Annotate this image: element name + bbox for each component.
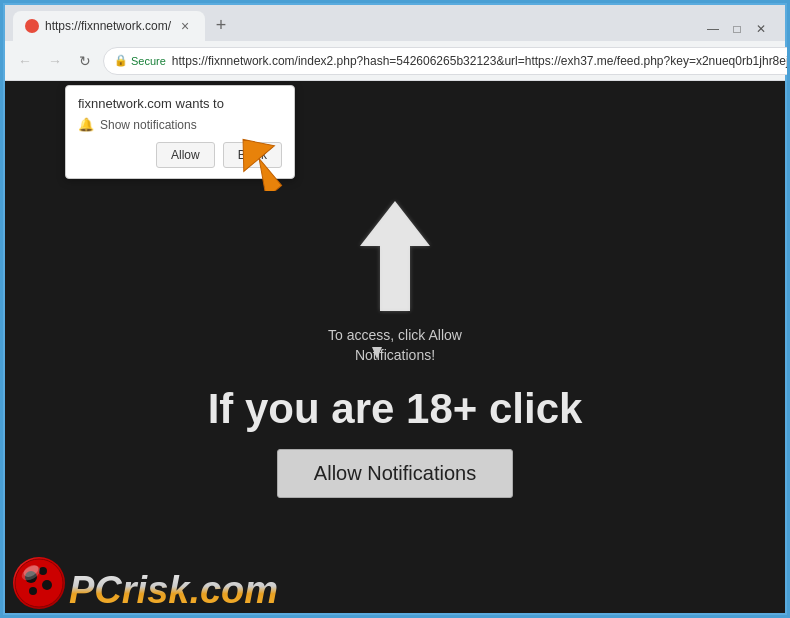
pcrisk-text-logo: PCrisk.com bbox=[69, 571, 278, 609]
window-controls: — □ ✕ bbox=[705, 21, 769, 37]
tab-favicon-icon bbox=[25, 19, 39, 33]
pcrisk-watermark: PCrisk.com bbox=[5, 553, 286, 613]
close-button[interactable]: ✕ bbox=[753, 21, 769, 37]
active-tab[interactable]: https://fixnnetwork.com/ × bbox=[13, 11, 205, 41]
up-arrow-container: To access, click Allow Notifications! bbox=[328, 196, 462, 365]
back-button[interactable]: ← bbox=[13, 49, 37, 73]
age-gate-text: If you are 18+ click bbox=[208, 385, 583, 433]
up-arrow-icon bbox=[355, 196, 435, 316]
forward-button[interactable]: → bbox=[43, 49, 67, 73]
new-tab-button[interactable]: + bbox=[207, 11, 235, 39]
svg-point-7 bbox=[42, 580, 52, 590]
browser-window: https://fixnnetwork.com/ × + — □ ✕ ← → ↻… bbox=[3, 3, 787, 615]
tab-bar: https://fixnnetwork.com/ × + — □ ✕ bbox=[5, 5, 785, 41]
notif-show-text: Show notifications bbox=[100, 118, 197, 132]
notif-site-title: fixnnetwork.com wants to bbox=[78, 96, 282, 111]
notif-allow-button[interactable]: Allow bbox=[156, 142, 215, 168]
maximize-button[interactable]: □ bbox=[729, 21, 745, 37]
address-input[interactable]: 🔒 Secure https://fixnnetwork.com/index2.… bbox=[103, 47, 790, 75]
access-text: To access, click Allow Notifications! bbox=[328, 326, 462, 365]
page-content: fixnnetwork.com wants to 🔔 Show notifica… bbox=[5, 81, 785, 613]
address-bar: ← → ↻ 🔒 Secure https://fixnnetwork.com/i… bbox=[5, 41, 785, 81]
bell-icon: 🔔 bbox=[78, 117, 94, 132]
tab-title: https://fixnnetwork.com/ bbox=[45, 19, 171, 33]
svg-point-8 bbox=[29, 587, 37, 595]
svg-point-6 bbox=[39, 567, 47, 575]
orange-arrow bbox=[235, 121, 305, 195]
tab-close-button[interactable]: × bbox=[177, 18, 193, 34]
allow-notifications-button[interactable]: Allow Notifications bbox=[277, 449, 513, 498]
refresh-button[interactable]: ↻ bbox=[73, 49, 97, 73]
svg-marker-2 bbox=[360, 201, 430, 311]
minimize-button[interactable]: — bbox=[705, 21, 721, 37]
pcrisk-ball-icon bbox=[13, 557, 65, 609]
url-text: https://fixnnetwork.com/index2.php?hash=… bbox=[172, 54, 790, 68]
secure-icon: 🔒 Secure bbox=[114, 54, 166, 67]
svg-point-5 bbox=[25, 571, 37, 583]
svg-marker-1 bbox=[235, 127, 297, 191]
